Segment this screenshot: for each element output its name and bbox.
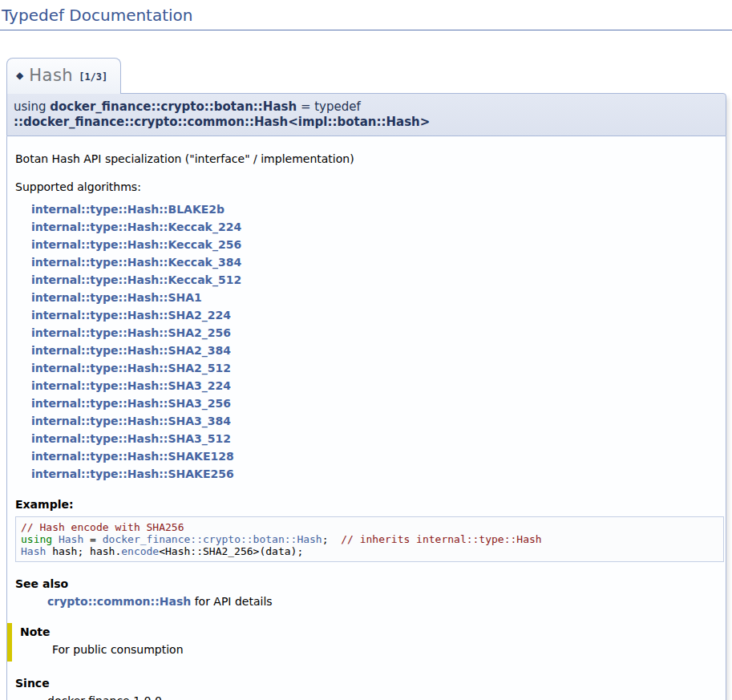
code-token: ;	[322, 533, 341, 545]
typedef-member-hash: ◆Hash[1/3] using docker_finance::crypto:…	[6, 58, 726, 700]
algorithm-link[interactable]: internal::type::Hash::Keccak_384	[31, 253, 718, 271]
code-token: hash; hash.	[46, 545, 121, 557]
code-link[interactable]: Hash	[21, 545, 46, 557]
see-also-suffix: for API details	[191, 595, 272, 608]
algorithm-link[interactable]: internal::type::Hash::SHA3_224	[31, 377, 718, 395]
code-link[interactable]: docker_finance::crypto::botan::Hash	[103, 533, 322, 545]
algorithm-link[interactable]: internal::type::Hash::Keccak_512	[31, 271, 718, 289]
code-token: =	[83, 533, 102, 545]
see-also-link[interactable]: crypto::common::Hash	[47, 595, 191, 608]
algorithm-link[interactable]: internal::type::Hash::BLAKE2b	[31, 200, 718, 218]
member-doc-body: Botan Hash API specialization ("interfac…	[6, 136, 726, 700]
permalink-diamond-icon[interactable]: ◆	[16, 66, 23, 85]
algorithm-link[interactable]: internal::type::Hash::SHA3_512	[31, 430, 718, 447]
declaration-type: ::docker_finance::crypto::common::Hash<i…	[14, 115, 430, 129]
see-also-label: See also	[15, 577, 718, 591]
code-link[interactable]: Hash	[59, 533, 83, 545]
note-label: Note	[20, 625, 718, 639]
declaration-name: docker_finance::crypto::botan::Hash	[50, 99, 297, 114]
code-token: // inherits internal::type::Hash	[341, 533, 541, 545]
algorithms-label: Supported algorithms:	[15, 180, 718, 194]
since-text: docker-finance 1.0.0	[47, 694, 718, 700]
algorithm-link[interactable]: internal::type::Hash::SHA3_256	[31, 395, 718, 412]
member-overload-badge: [1/3]	[79, 71, 107, 83]
algorithm-list: internal::type::Hash::BLAKE2binternal::t…	[31, 200, 718, 483]
member-tab-name: Hash	[29, 66, 73, 85]
member-description: Botan Hash API specialization ("interfac…	[15, 152, 718, 166]
member-box: using docker_finance::crypto::botan::Has…	[6, 93, 726, 700]
code-token	[52, 533, 59, 545]
code-token: using	[21, 533, 52, 545]
member-declaration: using docker_finance::crypto::botan::Has…	[6, 93, 726, 136]
algorithm-link[interactable]: internal::type::Hash::SHA3_384	[31, 412, 718, 430]
algorithm-link[interactable]: internal::type::Hash::Keccak_256	[31, 236, 718, 253]
code-line: // Hash encode with SHA256	[21, 521, 718, 533]
note-text: For public consumption	[52, 642, 718, 657]
code-token: <Hash::SHA2_256>(data);	[159, 545, 303, 557]
see-also-content: crypto::common::Hash for API details	[47, 594, 718, 609]
algorithm-link[interactable]: internal::type::Hash::Keccak_224	[31, 218, 718, 236]
algorithm-link[interactable]: internal::type::Hash::SHA2_256	[31, 324, 718, 342]
since-label: Since	[15, 676, 718, 690]
code-line: using Hash = docker_finance::crypto::bot…	[21, 533, 718, 545]
algorithm-link[interactable]: internal::type::Hash::SHA2_224	[31, 306, 718, 324]
declaration-equals: = typedef	[297, 99, 364, 114]
see-also-section: See also crypto::common::Hash for API de…	[15, 577, 718, 609]
note-section: Note For public consumption	[7, 623, 718, 662]
code-token: // Hash encode with SHA256	[21, 521, 184, 533]
algorithm-link[interactable]: internal::type::Hash::SHA1	[31, 289, 718, 306]
algorithm-link[interactable]: internal::type::Hash::SHA2_384	[31, 342, 718, 359]
algorithm-link[interactable]: internal::type::Hash::SHAKE256	[31, 465, 718, 483]
since-section: Since docker-finance 1.0.0	[15, 676, 718, 700]
example-section: Example:	[15, 497, 718, 512]
code-link[interactable]: encode	[121, 545, 159, 557]
code-line: Hash hash; hash.encode<Hash::SHA2_256>(d…	[21, 545, 718, 557]
declaration-keyword: using	[14, 99, 50, 114]
example-label: Example:	[15, 497, 718, 512]
example-code: // Hash encode with SHA256using Hash = d…	[15, 516, 724, 562]
algorithm-link[interactable]: internal::type::Hash::SHAKE128	[31, 447, 718, 465]
member-tab: ◆Hash[1/3]	[6, 58, 121, 94]
page-title: Typedef Documentation	[0, 0, 732, 30]
algorithm-link[interactable]: internal::type::Hash::SHA2_512	[31, 359, 718, 377]
